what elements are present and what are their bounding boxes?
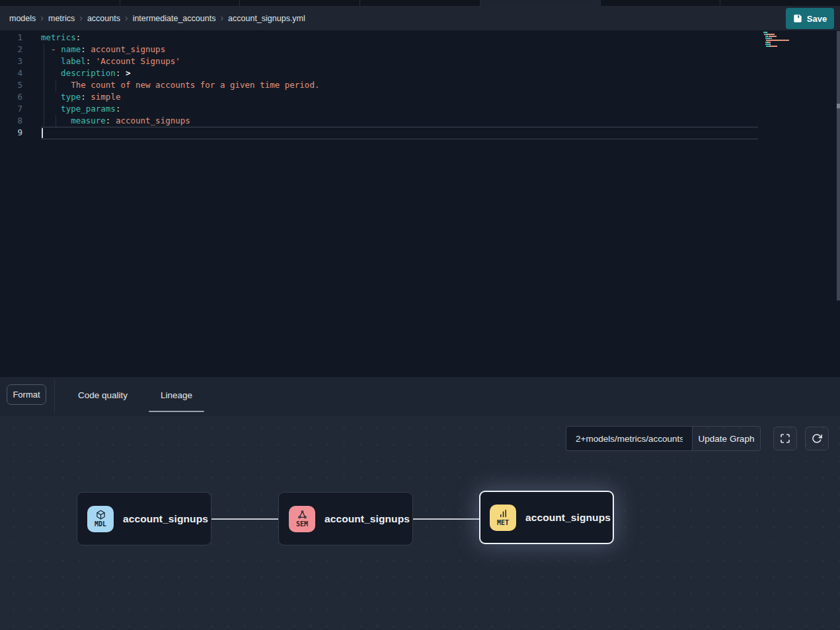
lineage-node-sem[interactable]: SEMaccount_signups — [278, 492, 413, 545]
floppy-disk-icon — [793, 14, 802, 23]
lineage-selector-input[interactable] — [566, 426, 692, 451]
line-number: 5 — [0, 79, 22, 91]
refresh-graph-button[interactable] — [805, 427, 829, 450]
line-number: 9 — [0, 127, 22, 139]
window-tab[interactable] — [720, 0, 840, 6]
node-type-badge: MDL — [87, 506, 114, 532]
minimap-line — [763, 36, 806, 37]
breadcrumb-chevron-icon: › — [125, 13, 128, 22]
tab-lineage[interactable]: Lineage — [149, 380, 204, 410]
minimap-line — [763, 38, 806, 39]
code-line: type: simple — [41, 91, 758, 103]
window-tab[interactable] — [601, 0, 720, 6]
semantic-model-icon — [297, 510, 307, 520]
minimap[interactable] — [763, 32, 806, 50]
minimap-line — [763, 40, 806, 41]
code-content[interactable]: metrics: - name: account_signups label: … — [41, 32, 758, 139]
editor-gutter: 123456789 — [0, 32, 22, 139]
code-line: measure: account_signups — [41, 115, 758, 127]
breadcrumb-item[interactable]: accounts — [87, 14, 120, 23]
minimap-line — [763, 46, 806, 47]
node-type-label: MET — [497, 519, 509, 526]
lineage-node-met[interactable]: METaccount_signups — [479, 491, 614, 544]
window-tabs-strip — [0, 0, 840, 6]
breadcrumb-chevron-icon: › — [79, 13, 83, 22]
maximize-icon — [780, 433, 790, 444]
breadcrumb-item[interactable]: metrics — [48, 14, 75, 23]
breadcrumb-chevron-icon: › — [40, 13, 44, 22]
code-line: type_params: — [41, 103, 758, 115]
node-title: account_signups — [123, 513, 208, 525]
panel-tabs: Code qualityLineage — [66, 380, 204, 410]
tab-label: Code quality — [78, 390, 128, 400]
breadcrumb-item[interactable]: models — [9, 14, 36, 23]
node-type-label: SEM — [296, 520, 308, 528]
lineage-edge — [211, 518, 278, 520]
node-type-badge: SEM — [289, 506, 315, 532]
code-editor[interactable]: 123456789 metrics: - name: account_signu… — [0, 30, 840, 377]
window-tab[interactable] — [240, 0, 360, 6]
lineage-controls: Update Graph — [566, 426, 829, 451]
line-number: 6 — [0, 91, 22, 103]
minimap-line — [763, 32, 806, 33]
node-title: account_signups — [525, 512, 611, 524]
lineage-canvas[interactable]: Update Graph MDLacc — [0, 416, 840, 630]
window-tab[interactable] — [360, 0, 480, 6]
tab-label: Lineage — [161, 390, 192, 400]
code-line — [41, 127, 758, 139]
line-number: 7 — [0, 103, 22, 115]
code-line: label: 'Account Signups' — [41, 55, 758, 67]
bottom-panel-bar: Format Code qualityLineage — [0, 377, 840, 416]
code-line: The count of new accounts for a given ti… — [41, 79, 758, 91]
ide-window: models›metrics›accounts›intermediate_acc… — [0, 0, 840, 630]
model-cube-icon — [96, 510, 106, 520]
line-number: 3 — [0, 55, 22, 67]
minimap-line — [763, 44, 806, 45]
panel-divider — [54, 380, 55, 413]
scrollbar-marker — [837, 104, 840, 108]
line-number: 8 — [0, 115, 22, 127]
code-line: description: > — [41, 67, 758, 79]
window-tab[interactable] — [0, 0, 120, 6]
save-button[interactable]: Save — [786, 8, 834, 29]
code-line: metrics: — [41, 32, 758, 44]
save-button-label: Save — [807, 14, 827, 24]
refresh-icon — [812, 433, 822, 444]
line-number: 1 — [0, 32, 22, 44]
lineage-edge — [413, 518, 480, 520]
line-number: 4 — [0, 67, 22, 79]
breadcrumb-item[interactable]: account_signups.yml — [228, 14, 305, 23]
tab-code-quality[interactable]: Code quality — [66, 380, 139, 410]
active-tab-underline — [149, 411, 204, 413]
minimap-line — [763, 42, 806, 43]
lineage-node-mdl[interactable]: MDLaccount_signups — [77, 492, 211, 545]
update-graph-button[interactable]: Update Graph — [692, 426, 761, 451]
line-number: 2 — [0, 44, 22, 55]
node-type-badge: MET — [490, 505, 516, 531]
minimap-line — [763, 48, 806, 49]
editor-scrollbar[interactable] — [837, 31, 840, 300]
breadcrumb: models›metrics›accounts›intermediate_acc… — [9, 14, 305, 23]
metric-chart-icon — [498, 508, 508, 518]
file-header: models›metrics›accounts›intermediate_acc… — [0, 6, 840, 30]
fullscreen-button[interactable] — [773, 427, 797, 450]
format-button[interactable]: Format — [7, 384, 46, 405]
node-type-label: MDL — [95, 520, 106, 528]
minimap-line — [763, 34, 806, 35]
breadcrumb-item[interactable]: intermediate_accounts — [133, 14, 216, 23]
window-tab[interactable] — [120, 0, 240, 6]
code-line: - name: account_signups — [41, 44, 758, 55]
node-title: account_signups — [325, 513, 410, 525]
window-tab[interactable] — [480, 0, 600, 6]
breadcrumb-chevron-icon: › — [220, 13, 223, 22]
